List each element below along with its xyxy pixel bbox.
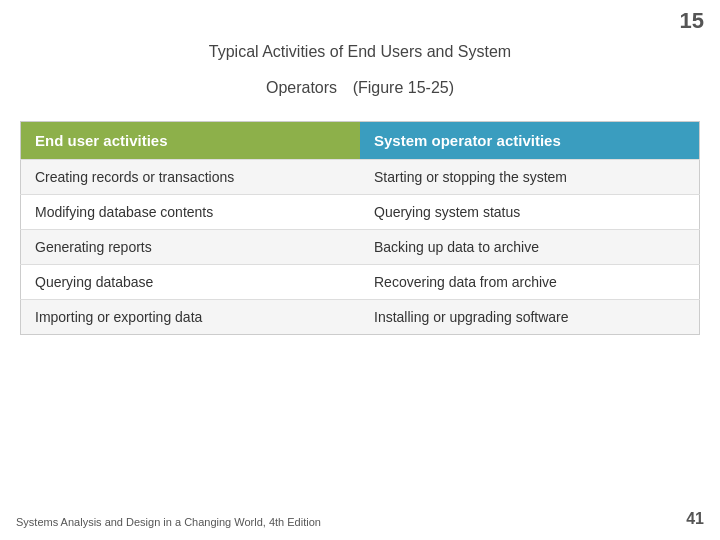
chapter-number: 15 [680, 8, 704, 34]
sys-op-cell: Querying system status [360, 194, 700, 229]
end-user-cell: Creating records or transactions [21, 159, 361, 194]
sys-op-cell: Starting or stopping the system [360, 159, 700, 194]
sys-op-cell: Installing or upgrading software [360, 299, 700, 334]
end-user-cell: Modifying database contents [21, 194, 361, 229]
activities-table: End user activities System operator acti… [20, 121, 700, 335]
table-row: Importing or exporting dataInstalling or… [21, 299, 700, 334]
sys-op-header: System operator activities [360, 121, 700, 159]
end-user-cell: Querying database [21, 264, 361, 299]
table-row: Generating reportsBacking up data to arc… [21, 229, 700, 264]
end-user-header: End user activities [21, 121, 361, 159]
footer-text: Systems Analysis and Design in a Changin… [16, 516, 321, 528]
end-user-cell: Generating reports [21, 229, 361, 264]
table-row: Modifying database contentsQuerying syst… [21, 194, 700, 229]
activities-table-container: End user activities System operator acti… [20, 121, 700, 335]
page-number: 41 [686, 510, 704, 528]
page-title: Typical Activities of End Users and Syst… [20, 30, 700, 103]
sys-op-cell: Backing up data to archive [360, 229, 700, 264]
table-row: Creating records or transactionsStarting… [21, 159, 700, 194]
sys-op-cell: Recovering data from archive [360, 264, 700, 299]
table-row: Querying databaseRecovering data from ar… [21, 264, 700, 299]
end-user-cell: Importing or exporting data [21, 299, 361, 334]
title-area: Typical Activities of End Users and Syst… [0, 0, 720, 121]
